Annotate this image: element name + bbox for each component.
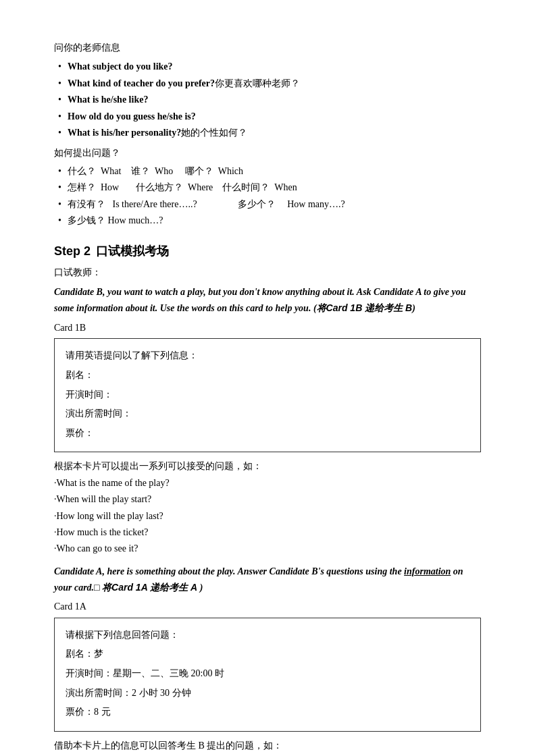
card1b-box: 请用英语提问以了解下列信息： 剧名： 开演时间： 演出所需时间： 票价：: [54, 338, 481, 452]
step2-label-en: Step 2: [54, 242, 91, 261]
based-on-card-text: 根据本卡片可以提出一系列可以接受的问题，如： ·What is the name…: [54, 459, 481, 556]
bullet-3-text: What is he/she like?: [68, 94, 148, 105]
card1a-field-1: 剧名：梦: [66, 645, 469, 664]
teacher-info-intro: 问你的老师信息: [54, 40, 481, 55]
teacher-label: 口试教师：: [54, 265, 481, 280]
sample-q-2: ·When will the play start?: [54, 492, 481, 507]
card1b-field-4: 票价：: [66, 425, 469, 443]
step2-heading: Step 2 口试模拟考场: [54, 242, 481, 261]
step2-label-cn: 口试模拟考场: [96, 242, 169, 261]
how-to-ask-label: 如何提出问题？: [54, 146, 481, 161]
card1a-intro: 请根据下列信息回答问题：: [66, 626, 469, 645]
card1b-intro: 请用英语提问以了解下列信息：: [66, 347, 469, 365]
bullet-2-bold: What kind of teacher do you prefer?: [68, 78, 215, 88]
card1a-field-2: 开演时间：星期一、二、三晚 20:00 时: [66, 665, 469, 683]
bullet-2: What kind of teacher do you prefer?你更喜欢哪…: [68, 76, 481, 91]
card1b-field-3: 演出所需时间：: [66, 405, 469, 423]
instruction2: Candidate A, here is something about the…: [54, 564, 481, 596]
card1a-box: 请根据下列信息回答问题： 剧名：梦 开演时间：星期一、二、三晚 20:00 时 …: [54, 618, 481, 732]
teacher-info-label: 问你的老师信息: [54, 40, 481, 55]
bullet-2-cn: 你更喜欢哪种老师？: [215, 78, 300, 88]
instruction1: Candidate B, you want to watch a play, b…: [54, 284, 481, 317]
card1a-field-3: 演出所需时间：2 小时 30 分钟: [66, 684, 469, 703]
q-row-3: 有没有？ Is there/Are there…..? 多少个？ How man…: [68, 197, 481, 212]
q-row-4: 多少钱？ How much…?: [68, 213, 481, 228]
bullet-4: How old do you guess he/she is?: [68, 109, 481, 124]
q-row-2: 怎样？ How 什么地方？ Where 什么时间？ When: [68, 180, 481, 195]
card1a-label: Card 1A: [54, 599, 481, 614]
card1b-field-1: 剧名：: [66, 367, 469, 385]
sample-q-4: ·How much is the ticket?: [54, 525, 481, 540]
helper-text: 借助本卡片上的信息可以回答考生 B 提出的问题，如：: [54, 738, 481, 753]
bullet-5: What is his/her personality?她的个性如何？: [68, 126, 481, 140]
sample-q-5: ·Who can go to see it?: [54, 541, 481, 556]
based-on-card-label: 根据本卡片可以提出一系列可以接受的问题，如：: [54, 459, 481, 474]
teacher-bullets: What subject do you like? What kind of t…: [54, 59, 481, 140]
bullet-4-text: How old do you guess he/she is?: [68, 111, 196, 122]
bullet-1: What subject do you like?: [68, 59, 481, 74]
question-word-list: 什么？ What 谁？ Who 哪个？ Which 怎样？ How 什么地方？ …: [54, 164, 481, 229]
sample-q-3: ·How long will the play last?: [54, 509, 481, 524]
bullet-5-cn: 她的个性如何？: [181, 128, 247, 138]
q-row-1: 什么？ What 谁？ Who 哪个？ Which: [68, 164, 481, 179]
card1a-field-4: 票价：8 元: [66, 703, 469, 722]
bullet-3: What is he/she like?: [68, 92, 481, 107]
card1b-field-2: 开演时间：: [66, 386, 469, 404]
card1b-label: Card 1B: [54, 321, 481, 335]
bullet-5-bold: What is his/her personality?: [68, 128, 181, 138]
bullet-1-text: What subject do you like?: [68, 61, 173, 72]
sample-q-1: ·What is the name of the play?: [54, 476, 481, 491]
